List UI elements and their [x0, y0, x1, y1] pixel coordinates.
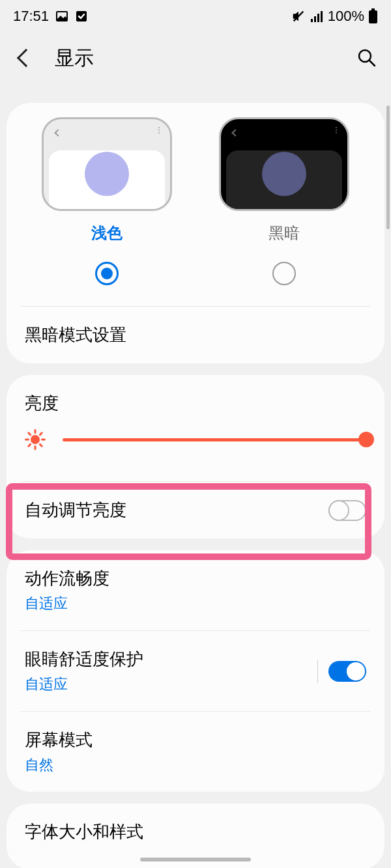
page-title: 显示: [55, 45, 94, 72]
eye-comfort-value: 自适应: [25, 675, 143, 694]
battery-icon: [368, 8, 378, 24]
brightness-slider-knob[interactable]: [358, 432, 374, 447]
radio-light[interactable]: [95, 262, 119, 285]
dark-mode-settings-row[interactable]: 黑暗模式设置: [7, 307, 384, 363]
picture-icon: [55, 10, 68, 23]
screen-mode-label: 屏幕模式: [25, 729, 93, 751]
back-button[interactable]: [17, 49, 35, 67]
svg-rect-7: [371, 8, 375, 10]
auto-brightness-row[interactable]: 自动调节亮度: [7, 482, 384, 539]
divider: [317, 660, 318, 683]
font-size-style-label: 字体大小和样式: [25, 820, 143, 843]
eye-comfort-row[interactable]: 眼睛舒适度保护 自适应: [7, 631, 384, 711]
auto-brightness-toggle[interactable]: [328, 500, 366, 521]
svg-rect-6: [321, 11, 323, 22]
clock: 17:51: [13, 8, 49, 25]
signal-icon: [310, 9, 324, 23]
theme-label-dark: 黑暗: [268, 223, 300, 244]
screen-mode-row[interactable]: 屏幕模式 自然: [7, 712, 384, 792]
brightness-card: 亮度 自动调节亮度: [7, 375, 384, 539]
settings-card: 动作流畅度 自适应 眼睛舒适度保护 自适应 屏幕模式 自然: [7, 550, 384, 792]
screen-mode-value: 自然: [25, 755, 93, 775]
status-left: 17:51: [13, 8, 88, 25]
theme-option-dark[interactable]: 黑暗: [203, 117, 366, 285]
motion-smoothness-value: 自适应: [25, 594, 109, 613]
svg-line-10: [369, 61, 375, 66]
search-button[interactable]: [357, 48, 377, 68]
brightness-icon: [25, 429, 46, 450]
status-right: 100%: [291, 8, 378, 25]
eye-comfort-label: 眼睛舒适度保护: [25, 648, 143, 671]
svg-rect-8: [369, 10, 377, 23]
auto-brightness-label: 自动调节亮度: [25, 499, 126, 522]
app-bar: 显示: [0, 33, 391, 83]
theme-option-light[interactable]: 浅色: [25, 117, 188, 285]
svg-rect-3: [311, 19, 313, 22]
motion-smoothness-row[interactable]: 动作流畅度 自适应: [7, 550, 384, 630]
mute-icon: [291, 9, 306, 23]
brightness-section-label: 亮度: [7, 375, 384, 429]
motion-smoothness-label: 动作流畅度: [25, 567, 109, 590]
checkbox-icon: [75, 10, 88, 23]
brightness-slider[interactable]: [63, 438, 366, 441]
svg-rect-5: [317, 14, 319, 22]
nav-indicator[interactable]: [140, 858, 251, 861]
eye-comfort-toggle[interactable]: [328, 661, 366, 682]
svg-rect-4: [314, 16, 316, 22]
battery-percent: 100%: [328, 8, 364, 25]
dark-mode-settings-label: 黑暗模式设置: [25, 324, 126, 346]
theme-thumb-light: [42, 117, 172, 211]
radio-dark[interactable]: [272, 262, 296, 285]
scrollbar[interactable]: [386, 105, 390, 229]
status-bar: 17:51 100%: [0, 0, 391, 33]
theme-card: 浅色 黑暗 黑暗模式设置: [7, 103, 384, 363]
theme-label-light: 浅色: [91, 223, 123, 244]
theme-thumb-dark: [219, 117, 349, 211]
